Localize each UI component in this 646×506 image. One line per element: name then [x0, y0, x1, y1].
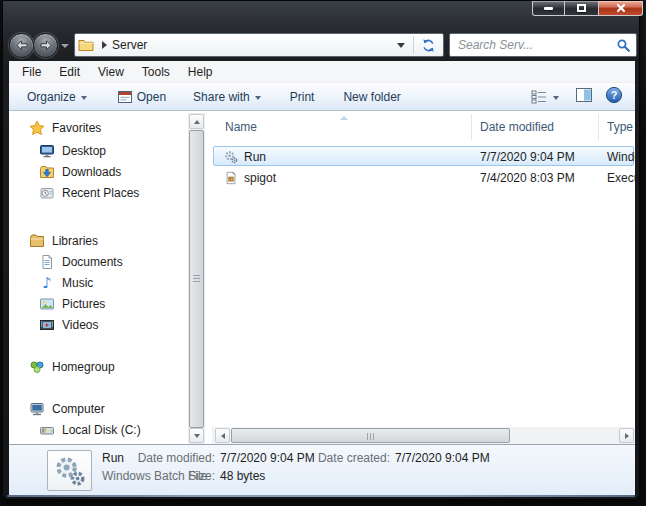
sidebar-item-favorites[interactable]: Favorites	[29, 118, 101, 138]
sidebar-item-desktop[interactable]: Desktop	[39, 141, 106, 161]
sidebar-item-libraries[interactable]: Libraries	[29, 231, 98, 251]
sidebar-label: Recent Places	[62, 186, 139, 200]
change-view-button[interactable]	[527, 87, 563, 107]
scrollbar-thumb[interactable]	[231, 428, 510, 443]
maximize-button[interactable]	[565, 1, 598, 16]
star-icon	[29, 120, 45, 136]
print-button[interactable]: Print	[283, 86, 322, 108]
file-row-spigot[interactable]: spigot 7/4/2020 8:03 PM Execu	[212, 167, 635, 188]
sidebar-label: Local Disk (C:)	[62, 423, 141, 437]
menu-tools[interactable]: Tools	[133, 62, 179, 82]
download-folder-icon	[39, 164, 55, 180]
address-bar[interactable]: Server	[74, 33, 444, 57]
folder-icon	[78, 38, 94, 52]
sidebar-item-documents[interactable]: Documents	[39, 252, 123, 272]
menu-edit[interactable]: Edit	[50, 62, 89, 82]
scroll-left-button[interactable]	[215, 428, 230, 443]
horizontal-scrollbar[interactable]	[212, 427, 635, 444]
search-icon	[617, 39, 630, 52]
triangle-down-icon	[194, 434, 200, 438]
minimize-button[interactable]	[532, 1, 565, 16]
monitor-icon	[39, 143, 55, 159]
search-input[interactable]	[456, 37, 617, 53]
details-date-created-label: Date created:	[302, 451, 390, 465]
sidebar-item-homegroup[interactable]: Homegroup	[29, 357, 115, 377]
refresh-button[interactable]	[416, 35, 440, 55]
file-list: Name Date modified Type	[212, 112, 635, 444]
sidebar-label: Favorites	[52, 121, 101, 135]
sidebar-label: Pictures	[62, 297, 105, 311]
computer-icon	[29, 401, 45, 417]
desktop: Server	[0, 0, 646, 506]
triangle-right-icon	[625, 433, 629, 439]
sidebar-item-local-disk-c[interactable]: Local Disk (C:)	[39, 420, 141, 440]
sidebar-item-videos[interactable]: Videos	[39, 315, 98, 335]
sidebar-item-downloads[interactable]: Downloads	[39, 162, 121, 182]
details-date-modified-label: Date modified:	[127, 451, 215, 465]
sidebar-label: Homegroup	[52, 360, 115, 374]
organize-button[interactable]: Organize	[20, 86, 94, 108]
forward-arrow-icon	[40, 40, 52, 51]
address-dropdown-icon[interactable]	[397, 43, 405, 48]
help-icon: ?	[605, 86, 623, 104]
batch-file-gears-icon	[54, 455, 86, 487]
scrollbar-thumb[interactable]	[189, 130, 204, 428]
sidebar-item-music[interactable]: ♪ Music	[39, 273, 93, 293]
details-pane: Run Windows Batch File Date modified: 7/…	[9, 444, 635, 495]
executable-file-icon	[224, 171, 238, 185]
menu-view[interactable]: View	[89, 62, 133, 82]
close-button[interactable]	[598, 1, 643, 16]
svg-text:?: ?	[611, 89, 618, 101]
breadcrumb-arrow-icon	[102, 41, 107, 49]
new-folder-label: New folder	[343, 90, 400, 104]
client-area: File Edit View Tools Help Organize	[9, 61, 635, 495]
triangle-up-icon	[194, 120, 200, 124]
chevron-down-icon	[255, 96, 261, 100]
new-folder-button[interactable]: New folder	[336, 86, 407, 108]
chevron-down-icon	[81, 96, 87, 100]
minimize-icon	[544, 7, 553, 10]
column-header-type[interactable]: Type	[599, 114, 635, 140]
file-date-modified: 7/4/2020 8:03 PM	[472, 171, 599, 185]
scrollbar-grip	[367, 433, 368, 440]
scroll-up-button[interactable]	[189, 114, 204, 129]
menu-help[interactable]: Help	[179, 62, 222, 82]
scroll-down-button[interactable]	[189, 428, 204, 443]
sidebar-label: Computer	[52, 402, 105, 416]
sidebar-label: Music	[62, 276, 93, 290]
picture-icon	[39, 296, 55, 312]
scroll-right-button[interactable]	[619, 428, 634, 443]
sidebar-item-computer[interactable]: Computer	[29, 399, 105, 419]
batch-file-gears-icon	[224, 150, 238, 164]
sidebar-label: Videos	[62, 318, 98, 332]
recent-pages-dropdown[interactable]	[61, 44, 69, 48]
share-with-label: Share with	[193, 90, 250, 104]
organize-label: Organize	[27, 90, 76, 104]
address-separator	[413, 36, 414, 54]
menu-file[interactable]: File	[13, 62, 50, 82]
breadcrumb[interactable]: Server	[112, 38, 391, 52]
print-label: Print	[290, 90, 315, 104]
scrollbar-grip	[193, 275, 200, 276]
sidebar-item-pictures[interactable]: Pictures	[39, 294, 105, 314]
help-button[interactable]: ?	[605, 86, 623, 107]
preview-pane-button[interactable]	[576, 88, 592, 105]
menu-bar: File Edit View Tools Help	[9, 61, 635, 83]
sidebar-item-recent-places[interactable]: Recent Places	[39, 183, 139, 203]
maximize-icon	[577, 4, 586, 12]
file-type: Execu	[599, 171, 635, 185]
share-with-button[interactable]: Share with	[186, 86, 268, 108]
file-rows: Run 7/7/2020 9:04 PM Windo	[212, 146, 635, 188]
column-header-date-modified[interactable]: Date modified	[472, 114, 599, 140]
open-label: Open	[137, 90, 166, 104]
file-row-run[interactable]: Run 7/7/2020 9:04 PM Windo	[212, 146, 635, 167]
forward-button[interactable]	[33, 33, 58, 58]
navigation-bar: Server	[9, 31, 637, 59]
explorer-window: Server	[2, 0, 640, 500]
open-button[interactable]: Open	[111, 86, 173, 108]
back-button[interactable]	[9, 33, 34, 58]
refresh-icon	[421, 38, 436, 53]
document-icon	[39, 254, 55, 270]
views-icon	[531, 90, 547, 104]
sidebar-scrollbar[interactable]	[188, 113, 205, 444]
